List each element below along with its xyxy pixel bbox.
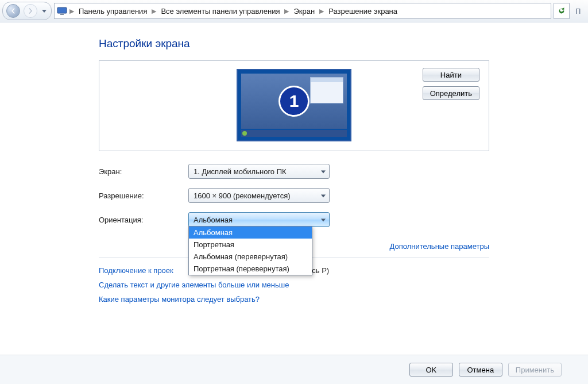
display-select-value: 1. Дисплей мобильного ПК (194, 167, 287, 176)
back-button[interactable] (6, 4, 20, 18)
advanced-settings-link[interactable]: Дополнительные параметры (389, 242, 489, 251)
which-monitor-link[interactable]: Какие параметры монитора следует выбрать… (99, 295, 260, 304)
forward-button[interactable] (24, 4, 37, 18)
find-button[interactable]: Найти (423, 68, 479, 82)
monitor-number-badge: 1 (278, 86, 310, 117)
explorer-topbar: ▶ Панель управления ▶ Все элементы панел… (0, 0, 588, 22)
content-area: Настройки экрана 1 Найти Определить Экра… (0, 22, 588, 309)
ok-button[interactable]: OK (409, 363, 453, 377)
orientation-option[interactable]: Альбомная (189, 226, 312, 239)
orientation-option[interactable]: Портретная (189, 239, 312, 251)
chevron-right-icon: ▶ (319, 7, 324, 15)
display-preview: 1 Найти Определить (99, 60, 489, 151)
nav-history-dropdown[interactable] (41, 5, 48, 17)
orientation-option[interactable]: Альбомная (перевернутая) (189, 251, 312, 263)
page-title: Настройки экрана (99, 37, 489, 50)
dialog-footer: OK Отмена Применить (0, 355, 588, 384)
monitor-thumbnail[interactable]: 1 (237, 69, 351, 141)
refresh-button[interactable] (554, 3, 570, 19)
orientation-option[interactable]: Портретная (перевернутая) (189, 263, 312, 275)
display-label: Экран: (99, 167, 188, 176)
orientation-select[interactable]: Альбомная Альбомная Портретная Альбомная… (188, 212, 330, 227)
display-select[interactable]: 1. Дисплей мобильного ПК (188, 164, 330, 179)
nav-buttons (2, 2, 52, 20)
textsize-link[interactable]: Сделать текст и другие элементы больше и… (99, 281, 289, 289)
resolution-label: Разрешение: (99, 191, 188, 200)
chevron-down-icon (321, 216, 326, 224)
svg-rect-1 (60, 14, 64, 15)
identify-button[interactable]: Определить (423, 86, 479, 100)
projector-link[interactable]: Подключение к проек (99, 266, 173, 275)
resolution-select[interactable]: 1600 × 900 (рекомендуется) (188, 188, 330, 203)
svg-rect-0 (57, 7, 67, 13)
monitor-icon (57, 6, 67, 16)
breadcrumb-item[interactable]: Разрешение экрана (326, 7, 400, 16)
orientation-label: Ориентация: (99, 216, 188, 224)
breadcrumb-item[interactable]: Панель управления (76, 7, 149, 16)
apply-button: Применить (508, 363, 562, 377)
search-box-stub: П (572, 7, 586, 16)
chevron-down-icon (321, 191, 326, 200)
resolution-select-value: 1600 × 900 (рекомендуется) (194, 191, 291, 200)
breadcrumb-item[interactable]: Все элементы панели управления (158, 7, 282, 16)
cancel-button[interactable]: Отмена (459, 363, 502, 377)
chevron-right-icon: ▶ (284, 7, 289, 15)
chevron-down-icon (321, 167, 326, 176)
chevron-right-icon: ▶ (152, 7, 156, 15)
chevron-right-icon: ▶ (69, 7, 74, 15)
orientation-dropdown-list: Альбомная Портретная Альбомная (переверн… (188, 226, 312, 275)
breadcrumb-item[interactable]: Экран (291, 7, 317, 16)
orientation-select-value: Альбомная (194, 216, 233, 224)
address-bar[interactable]: ▶ Панель управления ▶ Все элементы панел… (54, 3, 551, 19)
